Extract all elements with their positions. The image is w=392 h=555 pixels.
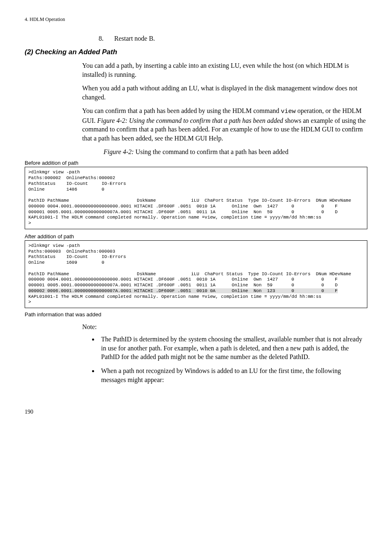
paragraph-1: You can add a path, by inserting a cable… xyxy=(82,61,367,79)
para3-a: You can confirm that a path has been add… xyxy=(82,107,281,114)
ta-l3: PathStatus IO-Count IO-Errors xyxy=(28,254,126,259)
bullet-1: The PathID is determined by the system c… xyxy=(99,335,367,362)
paragraph-3: You can confirm that a path has been add… xyxy=(82,106,367,143)
tb-l4: Online 1486 0 xyxy=(28,187,104,192)
tb-l6: PathID PathName DskName iLU ChaPort Stat… xyxy=(28,198,351,203)
before-label: Before addition of path xyxy=(25,160,367,166)
step-text: Restart node B. xyxy=(114,35,155,42)
terminal-before: >dlnkmgr view -path Paths:000002 OnlineP… xyxy=(25,167,367,229)
page-number: 190 xyxy=(25,409,367,415)
tb-l1: >dlnkmgr view -path xyxy=(28,170,80,175)
ta-l4: Online 1609 0 xyxy=(28,260,104,265)
tb-l3: PathStatus IO-Count IO-Errors xyxy=(28,181,126,186)
terminal-after: >dlnkmgr view -path Paths:000003 OnlineP… xyxy=(25,240,367,308)
after-label: After addition of path xyxy=(25,233,367,240)
tb-l9: KAPL01001-I The HDLM command completed n… xyxy=(28,215,321,220)
note-label: Note: xyxy=(82,323,367,331)
tb-l7: 000000 0004.0001.0000000000000000.0001 H… xyxy=(28,204,338,209)
ta-l10: > xyxy=(28,299,31,304)
ta-l2: Paths:000003 OnlinePaths:000003 xyxy=(28,249,115,254)
page: 4. HDLM Operation 8. Restart node B. (2)… xyxy=(0,0,392,432)
figure-ref: Figure 4-2: Using the command to confirm… xyxy=(97,117,283,124)
ta-l1: >dlnkmgr view -path xyxy=(28,243,80,248)
ta-l9: KAPL01001-I The HDLM command completed n… xyxy=(28,294,321,299)
figure-caption-label: Figure 4-2: xyxy=(104,148,136,155)
ta-highlight-row: 000002 0006.0001.000000000000007A.0001 H… xyxy=(28,288,338,293)
tb-l8: 000001 0005.0001.000000000000007A.0001 H… xyxy=(28,210,338,214)
tb-l10: > xyxy=(28,221,31,226)
page-header: 4. HDLM Operation xyxy=(25,16,367,23)
note-bullets: The PathID is determined by the system c… xyxy=(99,335,367,384)
path-info-label: Path information that was added xyxy=(25,311,367,318)
view-command-code: view xyxy=(281,108,296,115)
step-8: 8. Restart node B. xyxy=(99,35,367,42)
paragraph-2: When you add a path without adding an LU… xyxy=(82,84,367,101)
bullet-2: When a path not recognized by Windows is… xyxy=(99,366,367,384)
figure-caption-text: Using the command to confirm that a path… xyxy=(136,148,288,155)
section-heading: (2) Checking an Added Path xyxy=(25,48,367,56)
ta-l8: 000001 0005.0001.000000000000007A.0001 H… xyxy=(28,283,338,288)
tb-l2: Paths:000002 OnlinePaths:000002 xyxy=(28,175,115,180)
ta-l6: PathID PathName DskName iLU ChaPort Stat… xyxy=(28,272,351,276)
figure-caption: Figure 4-2: Using the command to confirm… xyxy=(25,148,367,156)
step-number: 8. xyxy=(99,35,113,42)
ta-l7: 000000 0004.0001.0000000000000000.0001 H… xyxy=(28,277,338,282)
